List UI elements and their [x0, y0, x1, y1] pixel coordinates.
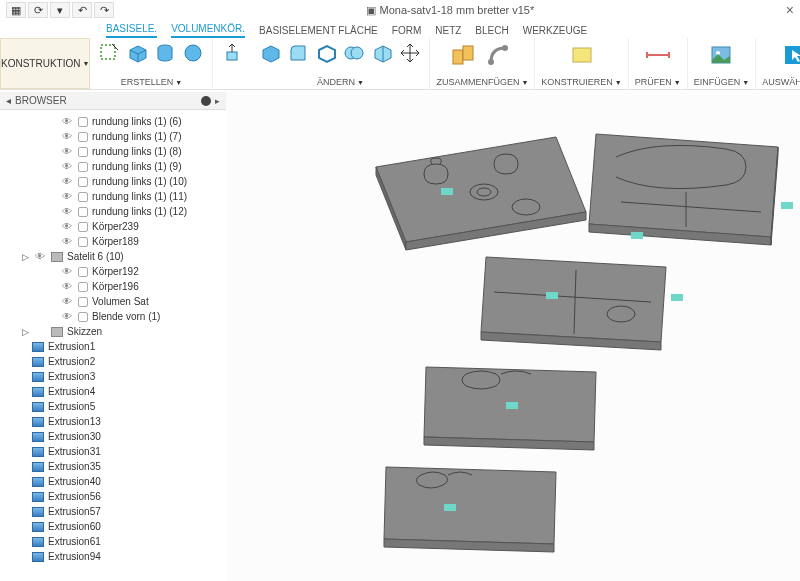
tree-row[interactable]: 👁rundung links (1) (11) — [0, 189, 226, 204]
tree-row[interactable]: ▷Skizzen — [0, 324, 226, 339]
quick-access-toolbar: ▦ ⟳ ▾ ↶ ↷ — [6, 2, 114, 18]
joint-icon[interactable] — [483, 40, 517, 70]
tree-row[interactable]: 👁Körper192 — [0, 264, 226, 279]
tree-row[interactable]: Extrusion31 — [0, 444, 226, 459]
tree-row[interactable]: Extrusion13 — [0, 414, 226, 429]
tab-werkzeuge[interactable]: WERKZEUGE — [523, 25, 587, 38]
visibility-icon[interactable]: 👁 — [35, 251, 47, 262]
visibility-icon[interactable]: 👁 — [62, 221, 74, 232]
visibility-icon[interactable]: 👁 — [62, 116, 74, 127]
plate-1[interactable] — [376, 137, 586, 242]
tree-row[interactable]: Extrusion40 — [0, 474, 226, 489]
tree-row[interactable]: Extrusion2 — [0, 354, 226, 369]
insert-icon[interactable] — [704, 40, 738, 70]
tab-netz[interactable]: NETZ — [435, 25, 461, 38]
visibility-icon[interactable]: 👁 — [62, 176, 74, 187]
plate-3[interactable] — [481, 257, 666, 342]
tab-form[interactable]: FORM — [392, 25, 421, 38]
browser-expand-icon[interactable]: ▸ — [215, 96, 220, 106]
sphere-icon[interactable] — [180, 40, 206, 66]
cylinder-icon[interactable] — [152, 40, 178, 66]
chevron-down-icon[interactable]: ▼ — [357, 79, 364, 86]
tree-row[interactable]: 👁rundung links (1) (7) — [0, 129, 226, 144]
qat-button-5[interactable]: ↷ — [94, 2, 114, 18]
browser-title: BROWSER — [15, 95, 67, 106]
tree-row[interactable]: ▷👁Satelit 6 (10) — [0, 249, 226, 264]
tree-row[interactable]: Extrusion56 — [0, 489, 226, 504]
qat-button-2[interactable]: ⟳ — [28, 2, 48, 18]
plate-5[interactable] — [384, 467, 556, 544]
tree-row[interactable]: Extrusion3 — [0, 369, 226, 384]
visibility-icon[interactable]: 👁 — [62, 296, 74, 307]
select-icon[interactable] — [778, 40, 800, 70]
assemble-icon[interactable] — [447, 40, 481, 70]
plate-2[interactable] — [589, 134, 778, 237]
move-icon[interactable] — [397, 40, 423, 66]
visibility-icon[interactable]: 👁 — [62, 281, 74, 292]
tree-row[interactable]: 👁Blende vorn (1) — [0, 309, 226, 324]
sketch-icon — [32, 387, 44, 397]
tree-row[interactable]: Extrusion35 — [0, 459, 226, 474]
close-button[interactable]: × — [786, 2, 794, 18]
presspull-icon[interactable] — [257, 40, 283, 66]
fillet-icon[interactable] — [285, 40, 311, 66]
tree-row[interactable]: 👁rundung links (1) (10) — [0, 174, 226, 189]
visibility-icon[interactable]: 👁 — [62, 206, 74, 217]
chevron-down-icon[interactable]: ▼ — [615, 79, 622, 86]
shell-icon[interactable] — [313, 40, 339, 66]
tree-row[interactable]: Extrusion5 — [0, 399, 226, 414]
tab-volumenkor[interactable]: VOLUMENKÖR. — [171, 23, 245, 38]
chevron-down-icon[interactable]: ▼ — [521, 79, 528, 86]
group-auswahlen: AUSWÄHLEN▼ — [756, 38, 800, 89]
construct-icon[interactable] — [565, 40, 599, 70]
model-canvas[interactable] — [226, 92, 800, 581]
tab-blech[interactable]: BLECH — [475, 25, 508, 38]
expand-icon[interactable]: ▷ — [22, 252, 31, 262]
tree-row[interactable]: 👁rundung links (1) (12) — [0, 204, 226, 219]
tree-row[interactable]: Extrusion61 — [0, 534, 226, 549]
tree-row[interactable]: 👁Volumen Sat — [0, 294, 226, 309]
visibility-icon[interactable]: 👁 — [62, 236, 74, 247]
tree-row[interactable]: 👁rundung links (1) (6) — [0, 114, 226, 129]
visibility-icon[interactable]: 👁 — [62, 191, 74, 202]
tree-row[interactable]: 👁Körper239 — [0, 219, 226, 234]
qat-button-3[interactable]: ▾ — [50, 2, 70, 18]
chevron-down-icon[interactable]: ▼ — [175, 79, 182, 86]
visibility-icon[interactable]: 👁 — [62, 266, 74, 277]
qat-button-1[interactable]: ▦ — [6, 2, 26, 18]
tab-basiselementflache[interactable]: BASISELEMENT FLÄCHE — [259, 25, 378, 38]
tree-row[interactable]: 👁rundung links (1) (8) — [0, 144, 226, 159]
tree-row[interactable]: 👁rundung links (1) (9) — [0, 159, 226, 174]
tree-row[interactable]: 👁Körper196 — [0, 279, 226, 294]
tree-row[interactable]: Extrusion1 — [0, 339, 226, 354]
browser-header[interactable]: ◂ BROWSER ▸ — [0, 92, 226, 110]
tree-row[interactable]: Extrusion94 — [0, 549, 226, 564]
visibility-icon[interactable]: 👁 — [62, 146, 74, 157]
tree-row[interactable]: Extrusion60 — [0, 519, 226, 534]
chevron-down-icon[interactable]: ▼ — [742, 79, 749, 86]
chevron-down-icon[interactable]: ▼ — [674, 79, 681, 86]
visibility-icon[interactable]: 👁 — [62, 311, 74, 322]
box-icon[interactable] — [124, 40, 150, 66]
inspect-icon[interactable] — [641, 40, 675, 70]
browser-options-icon[interactable] — [201, 96, 211, 106]
group-einfugen: EINFÜGEN▼ — [688, 38, 756, 89]
split-icon[interactable] — [369, 40, 395, 66]
expand-icon[interactable]: ▷ — [22, 327, 31, 337]
group-prufen-label: PRÜFEN — [635, 77, 672, 87]
workspace-picker[interactable]: KONSTRUKTION▼ — [0, 38, 90, 89]
sketch-icon[interactable] — [96, 40, 122, 66]
tree-row[interactable]: Extrusion4 — [0, 384, 226, 399]
visibility-icon[interactable]: 👁 — [62, 131, 74, 142]
visibility-icon[interactable]: 👁 — [62, 161, 74, 172]
combine-icon[interactable] — [341, 40, 367, 66]
tree-row[interactable]: Extrusion57 — [0, 504, 226, 519]
extrude-icon[interactable] — [219, 40, 245, 66]
tree-row[interactable]: Extrusion30 — [0, 429, 226, 444]
tab-basisele[interactable]: BASISELE. — [106, 23, 157, 38]
canvas-svg — [226, 92, 800, 581]
qat-button-4[interactable]: ↶ — [72, 2, 92, 18]
tree-row[interactable]: 👁Körper189 — [0, 234, 226, 249]
body-icon — [78, 177, 88, 187]
browser-collapse-icon[interactable]: ◂ — [6, 95, 11, 106]
